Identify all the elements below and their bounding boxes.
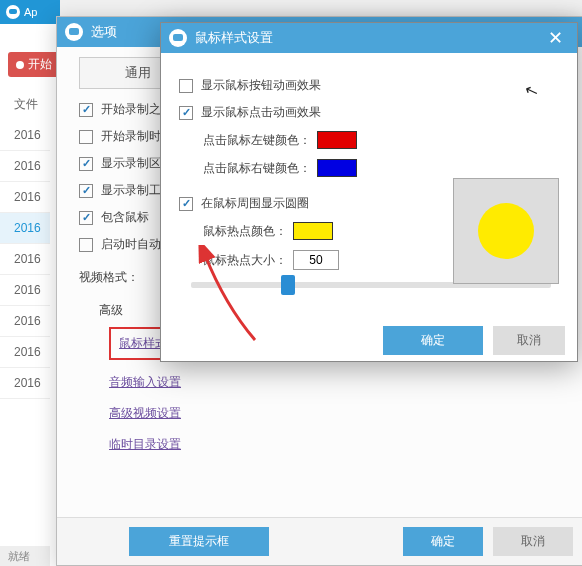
hotspot-color-swatch[interactable] (293, 222, 333, 240)
options-footer: 重置提示框 确定 取消 (57, 517, 582, 565)
preview-circle (478, 203, 534, 259)
right-color-swatch[interactable] (317, 159, 357, 177)
checkbox-icon (79, 184, 93, 198)
left-color-row: 点击鼠标左键颜色： (203, 131, 559, 149)
record-button[interactable]: 开始 (8, 52, 60, 77)
sidebar-item[interactable]: 2016 (0, 306, 50, 337)
right-color-label: 点击鼠标右键颜色： (203, 160, 311, 177)
check-label: 启动时自动 (101, 236, 161, 253)
close-icon[interactable]: ✕ (542, 27, 569, 49)
ok-button[interactable]: 确定 (383, 326, 483, 355)
link-adv-video[interactable]: 高级视频设置 (109, 405, 563, 422)
app-titlebar: Ap (0, 0, 60, 24)
dialog-icon (65, 23, 83, 41)
slider-thumb[interactable] (281, 275, 295, 295)
check-button-anim[interactable]: 显示鼠标按钮动画效果 (179, 77, 559, 94)
checkbox-icon (79, 103, 93, 117)
mouse-titlebar: 鼠标样式设置 ✕ (161, 23, 577, 53)
hotspot-color-label: 鼠标热点颜色： (203, 223, 287, 240)
app-window: Ap 开始 文件 2016201620162016201620162016201… (0, 0, 60, 566)
hotspot-size-input[interactable] (293, 250, 339, 270)
hotspot-size-label: 鼠标热点大小： (203, 252, 287, 269)
status-text: 就绪 (8, 550, 30, 562)
check-label: 显示鼠标点击动画效果 (201, 104, 321, 121)
mouse-body: 显示鼠标按钮动画效果 显示鼠标点击动画效果 点击鼠标左键颜色： 点击鼠标右键颜色… (161, 53, 577, 302)
link-audio-input[interactable]: 音频输入设置 (109, 374, 563, 391)
app-icon (6, 5, 20, 19)
options-title: 选项 (91, 23, 117, 41)
sidebar-list: 201620162016201620162016201620162016 (0, 120, 50, 399)
ok-button[interactable]: 确定 (403, 527, 483, 556)
check-label: 显示录制区 (101, 155, 161, 172)
left-color-swatch[interactable] (317, 131, 357, 149)
checkbox-icon (79, 130, 93, 144)
app-title: Ap (24, 6, 37, 18)
dialog-icon (169, 29, 187, 47)
cancel-button[interactable]: 取消 (493, 326, 565, 355)
sidebar-item[interactable]: 2016 (0, 213, 50, 244)
check-label: 在鼠标周围显示圆圈 (201, 195, 309, 212)
checkbox-icon (179, 79, 193, 93)
check-label: 开始录制之 (101, 101, 161, 118)
mouse-title: 鼠标样式设置 (195, 29, 273, 47)
sidebar-item[interactable]: 2016 (0, 120, 50, 151)
checkbox-icon (179, 106, 193, 120)
right-color-row: 点击鼠标右键颜色： (203, 159, 559, 177)
link-temp-dir[interactable]: 临时目录设置 (109, 436, 563, 453)
reset-button[interactable]: 重置提示框 (129, 527, 269, 556)
preview-box (453, 178, 559, 284)
check-label: 开始录制时 (101, 128, 161, 145)
cancel-button[interactable]: 取消 (493, 527, 573, 556)
mouse-footer: 确定 取消 (161, 319, 577, 361)
sidebar-item[interactable]: 2016 (0, 244, 50, 275)
statusbar: 就绪 (0, 546, 50, 566)
sidebar-item[interactable]: 2016 (0, 151, 50, 182)
sidebar-item[interactable]: 2016 (0, 368, 50, 399)
check-click-anim[interactable]: 显示鼠标点击动画效果 (179, 104, 559, 121)
checkbox-icon (79, 211, 93, 225)
checkbox-icon (79, 157, 93, 171)
check-label: 包含鼠标 (101, 209, 149, 226)
sidebar-item[interactable]: 2016 (0, 337, 50, 368)
checkbox-icon (79, 238, 93, 252)
sidebar-item[interactable]: 2016 (0, 275, 50, 306)
checkbox-icon (179, 197, 193, 211)
mouse-style-dialog: 鼠标样式设置 ✕ 显示鼠标按钮动画效果 显示鼠标点击动画效果 点击鼠标左键颜色：… (160, 22, 578, 362)
left-color-label: 点击鼠标左键颜色： (203, 132, 311, 149)
record-label: 开始 (28, 56, 52, 73)
file-label: 文件 (14, 96, 38, 113)
check-label: 显示鼠标按钮动画效果 (201, 77, 321, 94)
check-label: 显示录制工 (101, 182, 161, 199)
sidebar-item[interactable]: 2016 (0, 182, 50, 213)
